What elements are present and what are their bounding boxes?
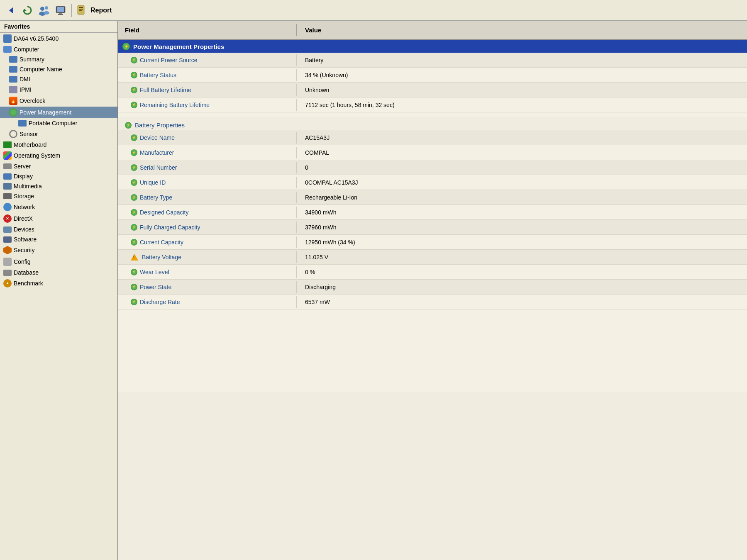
refresh-button[interactable] (20, 3, 35, 18)
sidebar-label-os: Operating System (14, 152, 114, 159)
sidebar-label-network: Network (14, 204, 114, 210)
row-icon: ⚡ (131, 299, 137, 305)
value-remaining-battery-lifetime: 7112 sec (1 hours, 58 min, 32 sec) (297, 99, 747, 111)
sidebar-label-motherboard: Motherboard (14, 141, 114, 148)
sidebar-item-portable-computer[interactable]: Portable Computer (0, 118, 117, 128)
row-icon: ⚡ (131, 149, 137, 156)
field-full-battery-lifetime: ⚡ Full Battery Lifetime (118, 84, 297, 96)
value-current-capacity: 12950 mWh (34 %) (297, 236, 747, 248)
field-discharge-rate: ⚡ Discharge Rate (118, 296, 297, 308)
svg-marker-1 (24, 9, 27, 12)
row-icon: ⚡ (131, 164, 137, 171)
sidebar-item-dmi[interactable]: DMI (0, 74, 117, 84)
sidebar-label-multimedia: Multimedia (14, 183, 114, 190)
sidebar-item-security[interactable]: Security (0, 244, 117, 256)
sidebar-item-display[interactable]: Display (0, 171, 117, 181)
sidebar-label-directx: DirectX (14, 215, 114, 222)
field-current-power-source: ⚡ Current Power Source (118, 54, 297, 66)
monitor-button[interactable] (53, 3, 68, 18)
sidebar-item-computer-name[interactable]: Computer Name (0, 64, 117, 74)
value-manufacturer: COMPAL (297, 147, 747, 158)
sidebar-item-ipmi[interactable]: IPMI (0, 84, 117, 95)
sidebar-label-benchmark: Benchmark (14, 280, 114, 287)
value-discharge-rate: 6537 mW (297, 296, 747, 308)
sidebar-item-version[interactable]: DA64 v6.25.5400 (0, 33, 117, 44)
sidebar-item-storage[interactable]: Storage (0, 191, 117, 201)
table-row: ⚡ Discharge Rate 6537 mW (118, 295, 747, 309)
users-button[interactable] (37, 3, 51, 18)
table-row: ⚡ Device Name AC15A3J (118, 130, 747, 145)
sidebar-label-computer: Computer (14, 46, 114, 53)
content-empty-space (118, 309, 747, 392)
row-icon: ⚡ (131, 239, 137, 246)
sidebar-item-server[interactable]: Server (0, 161, 117, 171)
svg-point-3 (45, 6, 48, 10)
value-fully-charged-capacity: 37960 mWh (297, 222, 747, 233)
row-icon: ⚡ (131, 194, 137, 201)
table-row: ⚡ Manufacturer COMPAL (118, 145, 747, 160)
battery-section-icon: ⚡ (125, 122, 132, 129)
power-icon: ⚡ (122, 43, 130, 50)
svg-rect-13 (79, 10, 82, 11)
sidebar-item-os[interactable]: Operating System (0, 150, 117, 161)
row-icon: ⚡ (131, 224, 137, 231)
svg-rect-12 (79, 9, 83, 10)
value-battery-type: Rechargeable Li-Ion (297, 192, 747, 203)
svg-rect-10 (78, 5, 84, 15)
sidebar-item-motherboard[interactable]: Motherboard (0, 140, 117, 150)
sidebar-label-dmi: DMI (20, 76, 114, 83)
sidebar-item-software[interactable]: Software (0, 234, 117, 244)
row-icon: ⚡ (131, 269, 137, 275)
sidebar-label-ipmi: IPMI (20, 86, 114, 93)
sidebar-item-config[interactable]: Config (0, 256, 117, 268)
svg-rect-11 (79, 7, 83, 8)
table-header: Field Value (118, 21, 747, 40)
sidebar-item-summary[interactable]: Summary (0, 54, 117, 64)
sidebar-item-network[interactable]: Network (0, 201, 117, 213)
table-row: ⚡ Battery Status 34 % (Unknown) (118, 68, 747, 83)
table-row: ⚡ Fully Charged Capacity 37960 mWh (118, 220, 747, 235)
value-battery-status: 34 % (Unknown) (297, 69, 747, 81)
table-row: ⚡ Power State Discharging (118, 280, 747, 295)
sidebar-item-computer[interactable]: Computer (0, 44, 117, 54)
report-label: Report (90, 7, 112, 14)
field-current-capacity: ⚡ Current Capacity (118, 236, 297, 248)
table-row: ! Battery Voltage 11.025 V (118, 250, 747, 265)
section-header-label: Power Management Properties (133, 43, 224, 50)
field-power-state: ⚡ Power State (118, 281, 297, 293)
sidebar-item-devices[interactable]: Devices (0, 224, 117, 234)
toolbar-divider (71, 4, 72, 17)
table-row: ⚡ Current Power Source Battery (118, 53, 747, 68)
sidebar-label-summary: Summary (20, 56, 114, 63)
value-serial-number: 0 (297, 162, 747, 173)
sidebar-item-benchmark[interactable]: ★ Benchmark (0, 278, 117, 289)
svg-rect-8 (59, 13, 62, 14)
value-device-name: AC15A3J (297, 132, 747, 144)
table-row: ⚡ Current Capacity 12950 mWh (34 %) (118, 235, 747, 250)
sidebar-item-sensor[interactable]: Sensor (0, 128, 117, 140)
value-full-battery-lifetime: Unknown (297, 84, 747, 96)
table-row: ⚡ Designed Capacity 34900 mWh (118, 205, 747, 220)
back-button[interactable] (3, 3, 18, 18)
field-fully-charged-capacity: ⚡ Fully Charged Capacity (118, 222, 297, 233)
sidebar-label-overclock: Overclock (20, 97, 114, 104)
value-current-power-source: Battery (297, 54, 747, 66)
field-battery-voltage: ! Battery Voltage (118, 251, 297, 263)
field-unique-id: ⚡ Unique ID (118, 177, 297, 188)
row-power-icon: ⚡ (131, 72, 137, 78)
sidebar-item-power-management[interactable]: Power Management (0, 107, 117, 118)
row-icon: ⚡ (131, 209, 137, 216)
value-wear-level: 0 % (297, 266, 747, 278)
sidebar-label-database: Database (14, 269, 114, 276)
table-row: ⚡ Remaining Battery Lifetime 7112 sec (1… (118, 97, 747, 112)
sidebar-item-directx[interactable]: ✕ DirectX (0, 213, 117, 224)
sidebar-item-database[interactable]: Database (0, 268, 117, 278)
table-row: ⚡ Wear Level 0 % (118, 265, 747, 280)
row-icon: ⚡ (131, 284, 137, 290)
table-row: ⚡ Serial Number 0 (118, 160, 747, 175)
svg-marker-0 (9, 7, 13, 14)
sidebar-item-overclock[interactable]: 🔥 Overclock (0, 95, 117, 107)
table-row: ⚡ Battery Type Rechargeable Li-Ion (118, 190, 747, 205)
sidebar-item-multimedia[interactable]: Multimedia (0, 181, 117, 191)
svg-rect-9 (58, 14, 63, 15)
